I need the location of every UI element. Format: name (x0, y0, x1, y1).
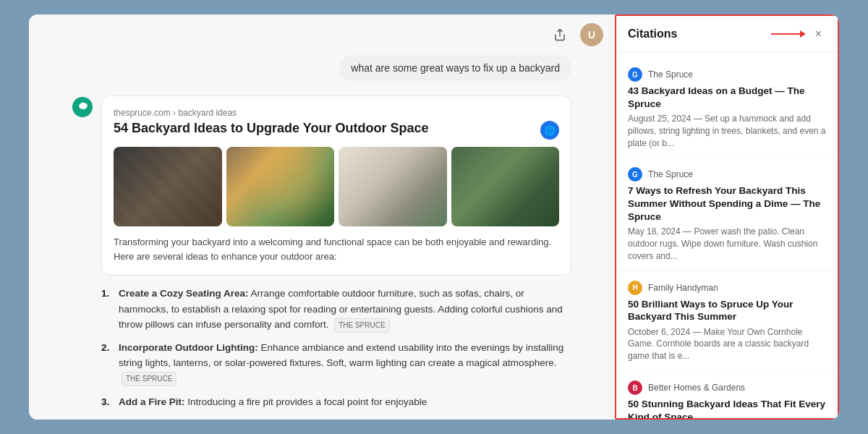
citation-source-row: H Family Handyman (628, 281, 826, 295)
citation-title: 7 Ways to Refresh Your Backyard This Sum… (628, 184, 826, 223)
citations-title: Citations (628, 27, 677, 41)
citation-source-row: B Better Homes & Gardens (628, 380, 826, 395)
result-title: 54 Backyard Ideas to Upgrade Your Outdoo… (114, 121, 559, 140)
citations-header: Citations × (616, 16, 838, 53)
assistant-icon (72, 97, 93, 117)
result-description: Transforming your backyard into a welcom… (114, 235, 559, 263)
citation-source-name: Family Handyman (648, 283, 718, 293)
citation-source-row: G The Spruce (628, 67, 826, 82)
user-avatar[interactable]: U (580, 23, 603, 46)
citation-snippet: May 18, 2024 — Power wash the patio. Cle… (628, 226, 826, 262)
backyard-image-3 (339, 147, 447, 226)
assistant-message: thespruce.com › backyard ideas 54 Backya… (72, 95, 571, 417)
backyard-image-2 (226, 147, 335, 226)
source-icon-bhg: B (628, 380, 642, 395)
top-bar: U (29, 14, 615, 55)
close-citations-button[interactable]: × (811, 26, 826, 42)
list-item: 3. Add a Fire Pit: Introducing a fire pi… (101, 394, 571, 410)
citation-item[interactable]: G The Spruce 43 Backyard Ideas on a Budg… (616, 59, 838, 158)
chat-content: what are some great ways to fix up a bac… (29, 55, 615, 420)
arrow-indicator (771, 30, 806, 38)
share-button[interactable] (548, 23, 571, 46)
source-tag: THE SPRUCE (334, 318, 389, 333)
citation-source-name: Better Homes & Gardens (648, 383, 745, 393)
citation-snippet: October 6, 2024 — Make Your Own Cornhole… (628, 326, 826, 362)
user-message-bubble: what are some great ways to fix up a bac… (339, 55, 571, 81)
source-icon-spruce: G (628, 167, 642, 182)
citation-source-name: The Spruce (648, 69, 693, 80)
user-message: what are some great ways to fix up a bac… (72, 55, 571, 81)
citation-title: 50 Brilliant Ways to Spruce Up Your Back… (628, 298, 826, 323)
citations-list: G The Spruce 43 Backyard Ideas on a Budg… (616, 53, 838, 418)
citation-source-row: G The Spruce (628, 167, 826, 182)
app-container: U what are some great ways to fix up a b… (29, 14, 839, 420)
globe-icon[interactable]: 🌐 (540, 121, 559, 140)
citations-panel: Citations × G The Spruce 43 Backyard Ide… (615, 14, 839, 420)
source-tag: THE SPRUCE (122, 372, 176, 386)
citation-title: 50 Stunning Backyard Ideas That Fit Ever… (628, 398, 826, 418)
backyard-image-1 (114, 147, 222, 226)
result-source: thespruce.com › backyard ideas (114, 108, 559, 118)
backyard-image-4 (451, 147, 560, 226)
citation-snippet: August 25, 2024 — Set up a hammock and a… (628, 113, 826, 149)
assistant-content: thespruce.com › backyard ideas 54 Backya… (101, 95, 571, 417)
citation-item[interactable]: G The Spruce 7 Ways to Refresh Your Back… (616, 158, 838, 271)
list-item: 2. Incorporate Outdoor Lighting: Enhance… (101, 340, 571, 387)
citation-item[interactable]: B Better Homes & Gardens 50 Stunning Bac… (616, 372, 838, 418)
source-icon-spruce: G (628, 67, 642, 82)
list-content: 1. Create a Cozy Seating Area: Arrange c… (101, 286, 571, 409)
main-area: U what are some great ways to fix up a b… (29, 14, 615, 420)
source-icon-handyman: H (628, 281, 642, 295)
result-card: thespruce.com › backyard ideas 54 Backya… (101, 95, 571, 276)
list-item: 1. Create a Cozy Seating Area: Arrange c… (101, 286, 571, 333)
images-row (114, 147, 559, 226)
citation-source-name: The Spruce (648, 169, 693, 179)
citation-item[interactable]: H Family Handyman 50 Brilliant Ways to S… (616, 272, 838, 372)
citation-title: 43 Backyard Ideas on a Budget — The Spru… (628, 85, 826, 110)
